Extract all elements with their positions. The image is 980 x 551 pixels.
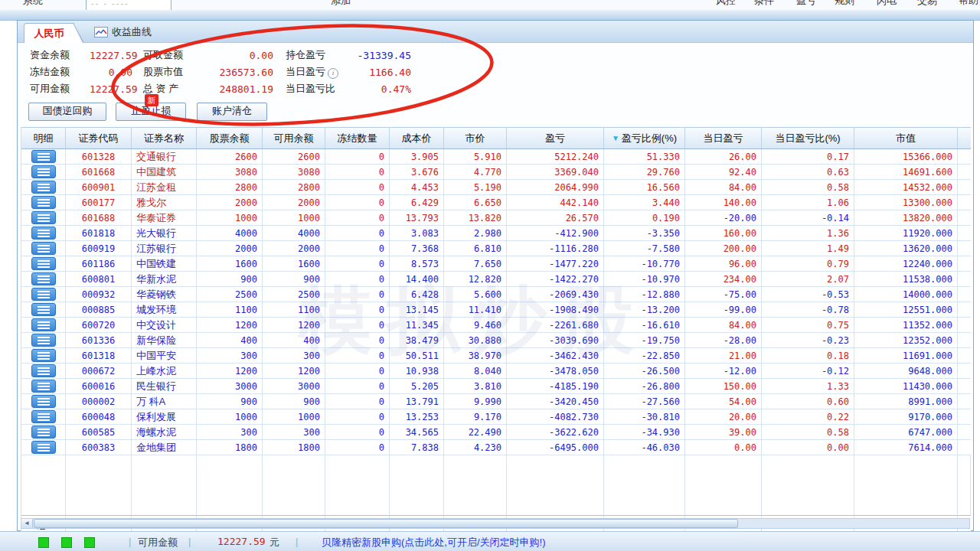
menu-item-0[interactable]: 风控 — [716, 0, 736, 8]
menu-item-4[interactable]: 闪电 — [877, 0, 897, 8]
menu-item-5[interactable]: 交易 — [917, 0, 937, 8]
cell-price: 5.190 — [444, 180, 507, 194]
cell-cost-price: 13.793 — [390, 210, 444, 225]
table-row[interactable]: 000002万 科A900900013.7919.990-3420.450-27… — [21, 394, 971, 409]
detail-button[interactable] — [31, 364, 56, 377]
empty-cell — [21, 455, 66, 515]
repo-button[interactable]: 国债逆回购 — [28, 103, 106, 121]
table-row[interactable]: 000932华菱钢铁2500250006.4285.600-2069.430-1… — [21, 287, 971, 302]
list-icon — [38, 168, 50, 170]
account-combo[interactable]: -- - ---- — [86, 0, 172, 10]
table-row[interactable]: 601186中国铁建1600160008.5737.650-1477.220-1… — [21, 256, 971, 272]
account-field-value: 0.00 — [90, 67, 132, 78]
detail-button[interactable] — [31, 318, 56, 331]
column-header-frozen[interactable]: 冻结数量 — [325, 128, 390, 148]
menu-item-3[interactable]: 规则 — [835, 0, 854, 8]
column-header-market-value[interactable]: 市值 — [854, 128, 958, 148]
menu-item-1[interactable]: 条件 — [754, 0, 774, 8]
detail-button[interactable] — [31, 288, 56, 301]
column-header-pl-ratio[interactable]: ▼盈亏比例(%) — [604, 128, 685, 148]
column-header-price[interactable]: 市价 — [444, 128, 507, 148]
column-header-label: 市价 — [466, 132, 485, 145]
column-header-available[interactable]: 可用余额 — [263, 128, 325, 148]
detail-button[interactable] — [31, 196, 56, 209]
detail-button[interactable] — [31, 303, 56, 316]
menu-item-2[interactable]: 盈亏 — [796, 0, 816, 8]
menu-add[interactable]: 添加 — [331, 0, 351, 8]
scroll-left-arrow-icon[interactable]: ◄ — [21, 519, 33, 528]
horizontal-scrollbar[interactable]: ◄ — [21, 518, 970, 529]
table-row[interactable]: 000672上峰水泥12001200010.9388.040-3478.050-… — [21, 364, 971, 379]
empty-cell — [604, 455, 685, 515]
table-row[interactable]: 600720中交设计12001200011.3459.460-2261.680-… — [21, 318, 971, 333]
cell-code: 600901 — [66, 180, 132, 194]
menu-system[interactable]: 系统 — [23, 0, 43, 8]
menu-item-6[interactable]: 帮助 — [959, 0, 978, 8]
table-row[interactable]: 600585海螺水泥300300034.56522.490-3622.620-3… — [21, 425, 971, 440]
table-row[interactable]: 600901江苏金租2800280004.4535.1902064.99016.… — [21, 180, 971, 195]
status-available-label: 可用金额 — [138, 536, 178, 549]
detail-button[interactable] — [31, 410, 56, 423]
account-field-label: 可取金额 — [143, 48, 207, 62]
column-header-code[interactable]: 证券代码 — [66, 128, 132, 148]
column-header-day-pl[interactable]: 当日盈亏 — [685, 128, 762, 148]
detail-button[interactable] — [31, 165, 56, 178]
detail-button[interactable] — [31, 257, 56, 270]
table-row[interactable]: 600177雅戈尔2000200006.4296.650442.1403.440… — [21, 195, 971, 210]
table-row[interactable]: 600801华新水泥900900014.40012.820-1422.270-1… — [21, 272, 971, 287]
detail-button[interactable] — [31, 334, 56, 347]
table-row[interactable]: 600383金地集团1800180007.8384.230-6495.000-4… — [21, 440, 971, 455]
table-row[interactable]: 601336新华保险400400038.47930.880-3039.690-1… — [21, 333, 971, 348]
detail-button[interactable] — [31, 227, 56, 240]
profit-curve-link[interactable]: 收益曲线 — [94, 25, 152, 39]
table-row[interactable]: 600016民生银行3000300005.2053.810-4185.190-2… — [21, 379, 971, 394]
cell-profit-loss: 3369.040 — [507, 165, 604, 179]
detail-button[interactable] — [31, 242, 56, 255]
list-icon — [38, 306, 50, 308]
cell-day-pl: 84.00 — [685, 180, 762, 194]
cell-available: 1600 — [263, 256, 325, 271]
detail-button[interactable] — [31, 272, 56, 285]
detail-button[interactable] — [31, 425, 56, 439]
table-row[interactable]: 601328交通银行2600260003.9055.9105212.24051.… — [21, 149, 971, 165]
detail-button[interactable] — [31, 441, 56, 454]
column-header-cost-price[interactable]: 成本价 — [390, 128, 444, 148]
info-icon[interactable]: i — [328, 68, 338, 79]
table-row[interactable]: 601688华泰证券10001000013.79313.82026.5700.1… — [21, 210, 971, 226]
cell-pl-ratio: -34.930 — [604, 425, 685, 439]
table-row[interactable]: 601668中国建筑3080308003.6764.7703369.04029.… — [21, 165, 971, 180]
cell-cost-price: 38.479 — [390, 333, 444, 347]
cell-name: 保利发展 — [132, 409, 197, 424]
column-header-detail[interactable]: 明细 — [21, 128, 66, 148]
table-row[interactable]: 600048保利发展10001000013.2539.170-4082.730-… — [21, 409, 971, 425]
account-field-value: 12227.59 — [90, 83, 132, 95]
table-row[interactable]: 601318中国平安300300050.51138.970-3462.430-2… — [21, 348, 971, 364]
table-row[interactable]: 600919江苏银行2000200007.3686.810-1116.280-7… — [21, 241, 971, 256]
detail-button[interactable] — [31, 395, 56, 408]
detail-button[interactable] — [31, 380, 56, 393]
column-header-name[interactable]: 证券名称 — [132, 128, 197, 148]
table-row[interactable]: 000885城发环境11001100013.14511.410-1908.490… — [21, 302, 971, 318]
cell-detail — [21, 440, 66, 455]
cell-day-pl-ratio: -0.14 — [762, 210, 854, 225]
detail-button[interactable] — [31, 211, 56, 224]
clear-account-button[interactable]: 账户清仓 — [197, 103, 267, 121]
tab-rmb[interactable]: 人民币 — [24, 23, 74, 43]
list-icon — [38, 383, 50, 384]
cell-day-pl: 39.00 — [685, 425, 762, 439]
column-header-balance[interactable]: 股票余额 — [197, 128, 263, 148]
detail-button[interactable] — [31, 181, 56, 194]
detail-button[interactable] — [31, 349, 56, 362]
cell-balance: 1000 — [197, 210, 263, 225]
ipo-notice-link[interactable]: 贝隆精密新股申购(点击此处,可开启/关闭定时申购!) — [322, 536, 546, 549]
cell-market-value: 12240.000 — [854, 256, 958, 271]
table-row[interactable]: 601818光大银行4000400003.0832.980-412.900-3.… — [21, 226, 971, 241]
scrollbar-thumb[interactable] — [34, 519, 738, 528]
list-icon — [38, 214, 50, 216]
cell-code: 601668 — [66, 165, 132, 179]
cell-price: 38.970 — [444, 348, 507, 363]
detail-button[interactable] — [31, 150, 56, 163]
column-header-day-pl-ratio[interactable]: 当日盈亏比(%) — [762, 128, 854, 148]
account-field-label: 可用金额 — [30, 82, 90, 96]
column-header-profit-loss[interactable]: 盈亏 — [507, 128, 604, 148]
